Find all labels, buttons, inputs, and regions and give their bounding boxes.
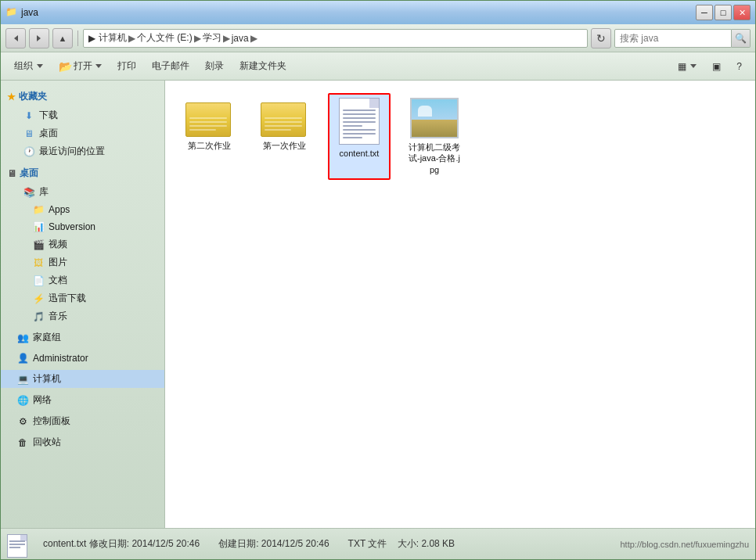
sidebar-section-admin: 👤 Administrator (1, 350, 164, 367)
status-filename: content.txt 修改日期: 2014/12/5 20:46 (43, 537, 200, 551)
folder1-body (185, 102, 231, 137)
sidebar-item-recycle[interactable]: 🗑 回收站 (1, 433, 164, 451)
breadcrumb-bar[interactable]: ▶ 计算机 ▶ 个人文件 (E:) ▶ 学习 ▶ java ▶ (83, 29, 588, 48)
sidebar-item-network[interactable]: 🌐 网络 (1, 391, 164, 409)
titlebar: 📁 java ─ □ ✕ (1, 1, 755, 24)
folder-line (189, 121, 227, 123)
sidebar-item-video[interactable]: 🎬 视频 (1, 235, 164, 253)
burn-button[interactable]: 刻录 (198, 56, 231, 77)
download-icon: ⬇ (23, 109, 35, 122)
forward-button[interactable] (29, 28, 49, 48)
folder-line (265, 121, 302, 123)
folder-line (265, 117, 302, 119)
folder1-label: 第二次作业 (188, 140, 231, 151)
recycle-icon: 🗑 (16, 436, 29, 449)
back-button[interactable] (5, 28, 26, 48)
sidebar-item-apps[interactable]: 📁 Apps (1, 201, 164, 218)
sidebar-item-desktop[interactable]: 🖥 桌面 (1, 124, 164, 142)
folder1-graphic (185, 98, 232, 137)
organize-button[interactable]: 组织 (7, 56, 50, 77)
file-item-txt[interactable]: content.txt (328, 93, 391, 180)
status-created: 创建日期: 2014/12/5 20:46 (218, 537, 329, 551)
minimize-button[interactable]: ─ (696, 5, 713, 20)
breadcrumb-computer[interactable]: 计算机 (99, 31, 127, 45)
sidebar-recycle-label: 回收站 (33, 436, 61, 449)
open-dropdown-icon (95, 64, 102, 68)
folder2-label: 第一次作业 (263, 140, 306, 151)
file-item-folder2[interactable]: 第一次作业 (253, 93, 315, 180)
sidebar-item-library[interactable]: 📚 库 (1, 183, 164, 201)
search-button[interactable]: 🔍 (732, 29, 751, 48)
documents-icon: 📄 (32, 275, 45, 287)
sidebar-item-homegroup[interactable]: 👥 家庭组 (1, 328, 164, 346)
sidebar-item-music[interactable]: 🎵 音乐 (1, 307, 164, 325)
up-button[interactable]: ▲ (52, 28, 73, 48)
forward-icon (37, 35, 41, 41)
sidebar-library-label: 库 (39, 185, 49, 199)
sidebar-item-recent[interactable]: 🕐 最近访问的位置 (1, 142, 164, 160)
txt-line (343, 121, 376, 123)
view-button[interactable]: ▦ (671, 56, 704, 77)
desktop-icon: 🖥 (23, 127, 35, 140)
sidebar-homegroup-label: 家庭组 (33, 331, 61, 344)
sidebar-item-subversion[interactable]: 📊 Subversion (1, 218, 164, 235)
txt-lines (343, 109, 376, 141)
breadcrumb-study[interactable]: 学习 (203, 31, 221, 45)
txt-line (343, 113, 376, 115)
breadcrumb-java[interactable]: java (232, 33, 249, 44)
sidebar-admin-label: Administrator (33, 353, 88, 364)
status-created-date: 2014/12/5 20:46 (261, 538, 329, 549)
status-url: http://blog.csdn.net/fuxuemingzhu (621, 540, 750, 549)
sidebar-item-computer[interactable]: 💻 计算机 (1, 370, 164, 388)
navbar: ▲ ▶ 计算机 ▶ 个人文件 (E:) ▶ 学习 ▶ java ▶ ↻ 🔍 (1, 24, 755, 52)
image-ground (412, 120, 457, 137)
folder2-graphic (261, 98, 308, 137)
sidebar-item-pictures[interactable]: 🖼 图片 (1, 253, 164, 271)
status-size-value: 2.08 KB (421, 538, 455, 549)
preview-button[interactable]: ▣ (705, 56, 728, 77)
favorites-star-icon: ★ (7, 92, 16, 102)
folder-line (265, 125, 302, 127)
sidebar-desktop-header[interactable]: 🖥 桌面 (1, 163, 164, 183)
help-button[interactable]: ? (729, 56, 749, 77)
sidebar-pictures-label: 图片 (49, 256, 67, 269)
admin-icon: 👤 (16, 352, 29, 364)
txt-label: content.txt (340, 148, 380, 159)
maximize-button[interactable]: □ (715, 5, 732, 20)
open-button[interactable]: 📂 打开 (52, 56, 109, 77)
sidebar-favorites-header[interactable]: ★ 收藏夹 (1, 87, 164, 106)
status-filename-value: content.txt (43, 538, 86, 549)
sidebar-section-controlpanel: ⚙ 控制面板 (1, 412, 164, 430)
file-item-folder1[interactable]: 第二次作业 (178, 93, 240, 180)
sidebar-item-download[interactable]: ⬇ 下载 (1, 106, 164, 124)
status-type-value: TXT 文件 (348, 538, 387, 549)
close-button[interactable]: ✕ (733, 5, 751, 20)
txt-line (343, 109, 376, 111)
txt-line (343, 129, 376, 131)
new-folder-button[interactable]: 新建文件夹 (232, 56, 293, 77)
search-input[interactable] (614, 29, 732, 48)
email-button[interactable]: 电子邮件 (145, 56, 196, 77)
explorer-window: 📁 java ─ □ ✕ ▲ ▶ 计算机 ▶ 个人文件 (E:) ▶ 学习 ▶ … (0, 0, 756, 560)
folder2-body (261, 102, 306, 137)
status-modified-date: 2014/12/5 20:46 (131, 538, 200, 549)
breadcrumb-drive[interactable]: 个人文件 (E:) (137, 31, 193, 45)
sidebar-section-favorites: ★ 收藏夹 ⬇ 下载 🖥 桌面 🕐 最近访问的位置 (1, 87, 164, 160)
image-graphic (410, 98, 459, 138)
sidebar-section-homegroup: 👥 家庭组 (1, 328, 164, 346)
file-item-image[interactable]: 计算机二级考试-java-合格.jpg (403, 93, 466, 180)
folder-line (189, 129, 216, 131)
sidebar-item-thunder[interactable]: ⚡ 迅雷下载 (1, 289, 164, 307)
sidebar-item-controlpanel[interactable]: ⚙ 控制面板 (1, 412, 164, 430)
file-area: 第二次作业 第一次作业 (165, 81, 755, 528)
search-bar: 🔍 (614, 29, 751, 48)
controlpanel-icon: ⚙ (16, 415, 29, 428)
sidebar-item-admin[interactable]: 👤 Administrator (1, 350, 164, 367)
refresh-button[interactable]: ↻ (591, 28, 611, 48)
recent-icon: 🕐 (23, 145, 35, 158)
status-size-label: 大小: (398, 538, 419, 549)
print-button[interactable]: 打印 (110, 56, 143, 77)
folder-line (265, 129, 291, 131)
open-icon: 📂 (59, 60, 72, 73)
sidebar-item-documents[interactable]: 📄 文档 (1, 271, 164, 289)
